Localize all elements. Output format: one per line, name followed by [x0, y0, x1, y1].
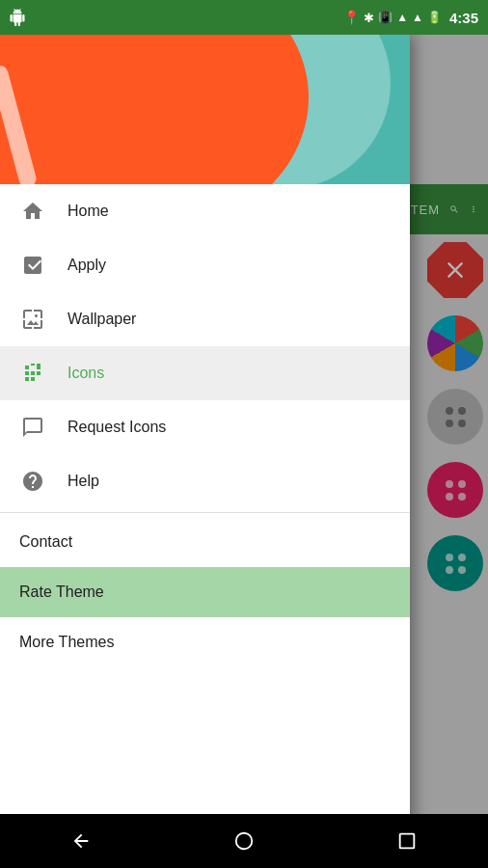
vibrate-icon: 📳 [378, 11, 393, 24]
menu-item-home[interactable]: Home [0, 184, 410, 238]
android-icon [8, 8, 27, 27]
menu-item-help[interactable]: Help [0, 454, 410, 508]
menu-label-icons: Icons [68, 365, 104, 382]
drawer-header [0, 35, 410, 184]
menu-label-apply: Apply [68, 257, 106, 274]
status-bar: 📍 ✱ 📳 ▲ ▲ 🔋 4:35 [0, 0, 488, 35]
main-container: STEM [0, 35, 488, 868]
menu-label-request-icons: Request Icons [68, 419, 166, 436]
signal-icon: ▲ [412, 11, 423, 24]
navigation-drawer: Home Apply Wallpaper Ic [0, 35, 410, 826]
menu-item-icons[interactable]: Icons [0, 346, 410, 400]
back-button[interactable] [62, 822, 100, 860]
menu-item-contact[interactable]: Contact [0, 517, 410, 567]
menu-label-rate-theme: Rate Theme [19, 583, 104, 601]
home-icon [19, 198, 46, 225]
menu-label-help: Help [68, 473, 99, 490]
menu-item-apply[interactable]: Apply [0, 238, 410, 292]
help-icon [19, 468, 46, 495]
menu-label-home: Home [68, 203, 109, 220]
icons-icon [19, 360, 46, 387]
menu-item-more-themes[interactable]: More Themes [0, 617, 410, 667]
location-icon: 📍 [343, 10, 360, 25]
menu-label-more-themes: More Themes [19, 634, 114, 651]
bluetooth-icon: ✱ [364, 11, 374, 25]
apply-icon [19, 252, 46, 279]
menu-label-contact: Contact [19, 533, 72, 551]
drawer-menu: Home Apply Wallpaper Ic [0, 184, 410, 826]
status-time: 4:35 [449, 10, 478, 26]
svg-rect-1 [399, 834, 414, 849]
svg-point-0 [236, 833, 253, 850]
request-icons-icon [19, 414, 46, 441]
menu-label-wallpaper: Wallpaper [68, 311, 136, 328]
menu-item-request-icons[interactable]: Request Icons [0, 400, 410, 454]
wifi-icon: ▲ [396, 11, 408, 24]
menu-item-rate-theme[interactable]: Rate Theme [0, 567, 410, 617]
dh-orange-arc [0, 35, 309, 184]
navigation-bar [0, 814, 488, 868]
wallpaper-icon [19, 306, 46, 333]
menu-item-wallpaper[interactable]: Wallpaper [0, 292, 410, 346]
recents-button[interactable] [388, 822, 426, 860]
home-button[interactable] [225, 822, 263, 860]
drawer-header-bg [0, 35, 410, 184]
status-bar-left [8, 8, 27, 27]
status-bar-right: 📍 ✱ 📳 ▲ ▲ 🔋 4:35 [343, 10, 478, 26]
drawer-overlay [401, 35, 488, 826]
battery-icon: 🔋 [427, 11, 442, 24]
menu-divider [0, 512, 410, 513]
